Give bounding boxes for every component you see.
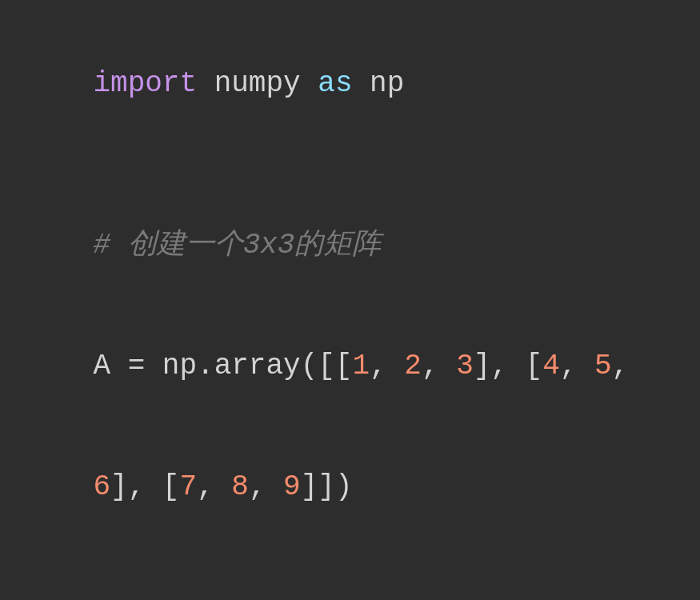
import-line: import numpy as np: [24, 24, 676, 145]
module-numpy: numpy: [197, 67, 318, 100]
num-3: 3: [456, 350, 474, 382]
array-line-2: 6], [7, 8, 9]]): [24, 427, 676, 548]
sep4: ,: [560, 350, 594, 382]
comment-line-1: # 创建一个3x3的矩阵: [24, 186, 676, 306]
sep3: ], [: [474, 350, 542, 382]
num-5: 5: [594, 350, 612, 382]
sep5: ,: [612, 350, 630, 382]
num-7: 7: [179, 470, 197, 503]
num-4: 4: [542, 350, 560, 382]
alias-np: np: [353, 67, 405, 100]
sep6: ], [: [110, 470, 179, 503]
blank-line-1: [24, 145, 676, 185]
blank-line-2: [24, 548, 676, 588]
comment-line-2: # 计算矩阵的迹: [24, 588, 676, 600]
num-2: 2: [404, 350, 422, 382]
num-9: 9: [283, 470, 301, 503]
keyword-import: import: [93, 67, 197, 100]
sep1: ,: [370, 350, 404, 382]
code-editor: import numpy as np # 创建一个3x3的矩阵 A = np.a…: [0, 0, 700, 600]
array-line-1: A = np.array([[1, 2, 3], [4, 5,: [24, 306, 676, 427]
num-1: 1: [352, 350, 370, 382]
array-suffix: ]]): [301, 470, 353, 503]
array-prefix: A = np.array([[: [93, 350, 352, 382]
sep2: ,: [422, 350, 456, 382]
comment-text-1: # 创建一个3x3的矩阵: [93, 229, 381, 262]
sep8: ,: [249, 470, 283, 503]
num-8: 8: [231, 470, 249, 503]
sep7: ,: [197, 470, 231, 503]
keyword-as: as: [318, 67, 352, 100]
num-6: 6: [93, 470, 110, 503]
